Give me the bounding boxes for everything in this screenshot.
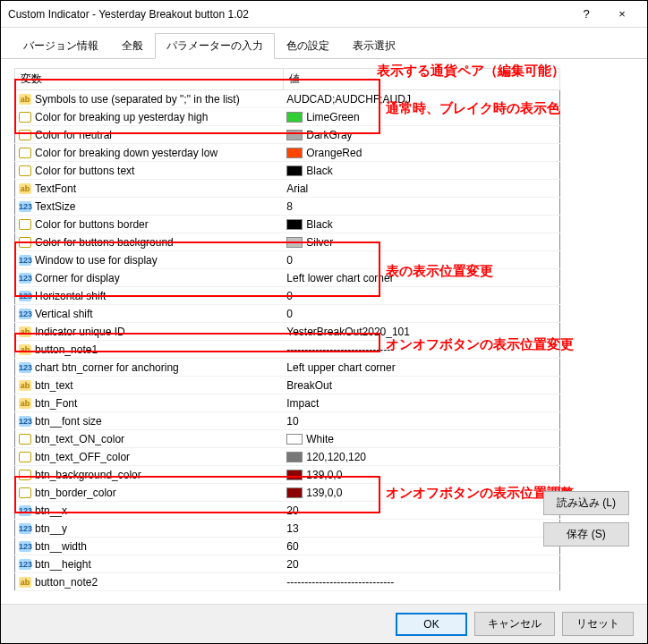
cancel-button[interactable]: キャンセル (474, 612, 555, 636)
param-name-cell[interactable]: 123btn__font size (15, 412, 284, 430)
param-name-cell[interactable]: abbtn_Font (15, 394, 284, 412)
table-row[interactable]: 123TextSize8 (15, 198, 560, 216)
table-row[interactable]: 123btn__font size10 (15, 412, 560, 430)
table-row[interactable]: Color for neutralDarkGray (15, 126, 560, 144)
param-name-label: button_note2 (35, 576, 98, 589)
param-name-cell[interactable]: 123Horizontal shift (15, 287, 284, 305)
param-value-cell[interactable]: 0 (283, 305, 559, 323)
param-value-cell[interactable]: 0 (283, 287, 559, 305)
param-name-cell[interactable]: 123btn__width (15, 538, 284, 555)
param-name-cell[interactable]: btn_background_color (15, 466, 284, 484)
param-value-cell[interactable]: 8 (283, 198, 559, 216)
param-value-cell[interactable]: 20 (283, 502, 559, 520)
num-type-icon: 123 (19, 541, 31, 552)
param-name-label: chart btn_corner for anchoring (35, 361, 179, 374)
table-row[interactable]: abbtn_textBreakOut (15, 377, 560, 394)
param-name-cell[interactable]: 123chart btn_corner for anchoring (15, 359, 284, 377)
param-name-cell[interactable]: 123Window to use for display (15, 251, 284, 269)
table-row[interactable]: abbutton_note2--------------------------… (15, 573, 560, 591)
param-value-cell[interactable]: 139,0,0 (283, 466, 559, 484)
tab-4[interactable]: 表示選択 (341, 33, 407, 59)
param-value-label: ------------------------------ (286, 576, 394, 589)
table-row[interactable]: Color for buttons backgroundSilver (15, 233, 560, 251)
param-value-cell[interactable]: Arial (283, 180, 559, 198)
param-value-cell[interactable]: 13 (283, 520, 559, 538)
table-row[interactable]: 123btn__width60 (15, 538, 560, 555)
param-value-cell[interactable]: 20 (283, 555, 559, 573)
tab-2[interactable]: パラメーターの入力 (155, 33, 275, 59)
param-name-cell[interactable]: Color for neutral (15, 126, 284, 144)
param-name-cell[interactable]: btn_text_OFF_color (15, 448, 284, 466)
param-name-cell[interactable]: 123TextSize (15, 198, 284, 216)
param-name-cell[interactable]: abTextFont (15, 180, 284, 198)
close-icon[interactable]: × (604, 2, 640, 27)
reset-button[interactable]: リセット (562, 612, 634, 636)
column-header-name[interactable]: 変数 (15, 69, 284, 90)
param-name-cell[interactable]: 123btn__height (15, 555, 284, 573)
param-name-cell[interactable]: 123btn__y (15, 520, 284, 538)
save-button[interactable]: 保存 (S) (543, 522, 629, 547)
param-value-label: Black (306, 218, 332, 231)
param-name-cell[interactable]: abbutton_note1 (15, 341, 284, 359)
param-name-cell[interactable]: 123btn__x (15, 502, 284, 520)
param-name-cell[interactable]: abIndicator unique ID (15, 323, 284, 341)
tab-1[interactable]: 全般 (110, 33, 155, 59)
param-value-cell[interactable]: 120,120,120 (283, 448, 559, 466)
table-row[interactable]: abTextFontArial (15, 180, 560, 198)
param-name-cell[interactable]: abbtn_text (15, 377, 284, 394)
col-type-icon (19, 130, 31, 140)
param-value-cell[interactable]: ------------------------------ (283, 573, 559, 591)
col-type-icon (19, 452, 31, 462)
table-row[interactable]: Color for buttons borderBlack (15, 216, 560, 233)
annotation-2: 表の表示位置変更 (386, 263, 493, 280)
param-value-cell[interactable]: 60 (283, 538, 559, 555)
param-name-cell[interactable]: 123Vertical shift (15, 305, 284, 323)
param-name-cell[interactable]: Color for breaking down yesterday low (15, 144, 284, 162)
col-type-icon (19, 237, 31, 248)
param-name-cell[interactable]: btn_border_color (15, 484, 284, 502)
color-swatch (286, 487, 303, 498)
help-icon[interactable]: ? (568, 2, 604, 27)
param-name-cell[interactable]: abbutton_note2 (15, 573, 284, 591)
table-row[interactable]: abbtn_FontImpact (15, 394, 560, 412)
param-name-cell[interactable]: 123Corner for display (15, 269, 284, 287)
table-row[interactable]: 123Vertical shift0 (15, 305, 560, 323)
param-value-cell[interactable]: BreakOut (283, 377, 559, 394)
param-name-label: button_note1 (35, 343, 98, 356)
tab-0[interactable]: バージョン情報 (12, 33, 110, 59)
param-value-cell[interactable]: Left upper chart corner (283, 359, 559, 377)
param-value-label: 60 (286, 540, 298, 553)
param-name-cell[interactable]: abSymbols to use (separated by ";" in th… (15, 90, 284, 108)
param-value-label: Silver (306, 236, 333, 249)
param-value-cell[interactable]: White (283, 430, 559, 448)
table-row[interactable]: 123btn__y13 (15, 520, 560, 538)
param-name-cell[interactable]: Color for breaking up yesterday high (15, 108, 284, 126)
param-name-cell[interactable]: Color for buttons text (15, 162, 284, 180)
param-value-label: 10 (286, 415, 298, 428)
ok-button[interactable]: OK (396, 613, 467, 636)
table-row[interactable]: btn_background_color139,0,0 (15, 466, 560, 484)
param-value-label: 139,0,0 (306, 487, 342, 499)
param-name-cell[interactable]: Color for buttons border (15, 216, 284, 233)
param-value-cell[interactable]: DarkGray (283, 126, 559, 144)
param-value-cell[interactable]: Impact (283, 394, 559, 412)
table-row[interactable]: btn_text_ON_colorWhite (15, 430, 560, 448)
table-row[interactable]: 123btn__x20 (15, 502, 560, 520)
param-value-cell[interactable]: Silver (283, 233, 559, 251)
table-row[interactable]: Color for buttons textBlack (15, 162, 560, 180)
param-value-cell[interactable]: OrangeRed (283, 144, 559, 162)
table-row[interactable]: btn_text_OFF_color120,120,120 (15, 448, 560, 466)
load-button[interactable]: 読み込み (L) (543, 491, 629, 515)
tab-bar: バージョン情報全般パラメーターの入力色の設定表示選択 (1, 28, 647, 59)
table-row[interactable]: Color for breaking down yesterday lowOra… (15, 144, 560, 162)
table-row[interactable]: 123chart btn_corner for anchoringLeft up… (15, 359, 560, 377)
param-name-cell[interactable]: btn_text_ON_color (15, 430, 284, 448)
num-type-icon: 123 (19, 201, 31, 212)
table-row[interactable]: 123Horizontal shift0 (15, 287, 560, 305)
param-value-cell[interactable]: Black (283, 162, 559, 180)
param-name-cell[interactable]: Color for buttons background (15, 233, 284, 251)
table-row[interactable]: 123btn__height20 (15, 555, 560, 573)
tab-3[interactable]: 色の設定 (275, 33, 341, 59)
param-value-cell[interactable]: 10 (283, 412, 559, 430)
param-value-cell[interactable]: Black (283, 216, 559, 233)
